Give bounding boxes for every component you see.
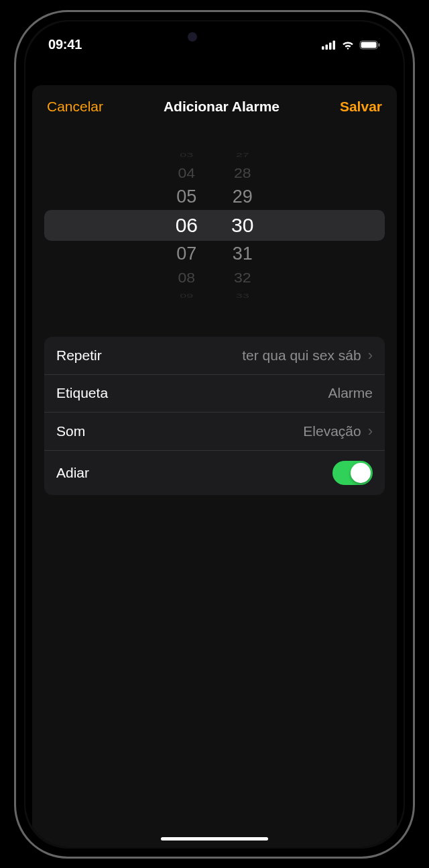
minute-option[interactable]: 31	[233, 241, 253, 267]
hour-picker-column[interactable]: 03 04 05 06 07 08 09	[176, 133, 198, 318]
sound-label: Som	[56, 423, 85, 439]
repeat-row[interactable]: Repetir ter qua qui sex sáb ›	[44, 337, 385, 374]
hour-option[interactable]: 09	[180, 292, 193, 300]
cancel-button[interactable]: Cancelar	[47, 99, 103, 115]
chevron-right-icon: ›	[368, 347, 373, 364]
front-camera	[188, 32, 197, 42]
hour-option[interactable]: 07	[176, 241, 196, 267]
notch	[158, 21, 271, 44]
minute-option[interactable]: 33	[236, 292, 249, 300]
label-label: Etiqueta	[56, 385, 108, 401]
minute-option[interactable]: 27	[236, 151, 249, 159]
volume-down-button[interactable]	[14, 272, 16, 325]
svg-rect-5	[361, 42, 377, 48]
toggle-knob	[351, 463, 371, 483]
minute-option[interactable]: 29	[233, 184, 253, 210]
minute-option[interactable]: 32	[234, 268, 251, 286]
save-button[interactable]: Salvar	[340, 99, 382, 115]
hour-option[interactable]: 04	[178, 164, 196, 182]
svg-rect-3	[333, 40, 336, 50]
hour-option[interactable]: 05	[176, 184, 196, 210]
status-icons	[322, 40, 381, 50]
hour-option[interactable]: 08	[178, 268, 196, 286]
snooze-toggle[interactable]	[332, 461, 373, 485]
repeat-value-text: ter qua qui sex sáb	[242, 347, 361, 364]
time-picker[interactable]: 03 04 05 06 07 08 09 27 28 29 30 31	[32, 133, 397, 318]
repeat-label: Repetir	[56, 347, 102, 364]
sheet-title: Adicionar Alarme	[164, 99, 280, 115]
hour-selected[interactable]: 06	[176, 210, 198, 241]
wifi-icon	[341, 40, 355, 50]
mute-switch[interactable]	[14, 153, 16, 180]
sheet-header: Cancelar Adicionar Alarme Salvar	[32, 85, 397, 124]
status-time: 09:41	[48, 37, 82, 52]
alarm-options-list: Repetir ter qua qui sex sáb › Etiqueta A…	[44, 337, 385, 495]
svg-rect-6	[379, 43, 380, 46]
sound-value: Elevação ›	[303, 423, 373, 440]
home-indicator[interactable]	[161, 837, 268, 840]
minute-option[interactable]: 28	[234, 164, 251, 182]
svg-rect-0	[322, 46, 324, 50]
chevron-right-icon: ›	[368, 423, 373, 440]
battery-icon	[359, 40, 381, 50]
repeat-value: ter qua qui sex sáb ›	[242, 347, 373, 364]
volume-up-button[interactable]	[14, 205, 16, 258]
svg-rect-2	[329, 42, 332, 50]
label-value: Alarme	[328, 385, 373, 401]
screen: 09:41 Cancelar Adicionar Alarme Salvar	[25, 21, 404, 847]
svg-rect-1	[326, 44, 328, 50]
power-button[interactable]	[413, 227, 415, 307]
minute-selected[interactable]: 30	[231, 210, 253, 241]
cellular-signal-icon	[322, 40, 336, 50]
sound-value-text: Elevação	[303, 423, 361, 439]
minute-picker-column[interactable]: 27 28 29 30 31 32 33	[231, 133, 253, 318]
sound-row[interactable]: Som Elevação ›	[44, 412, 385, 450]
label-row[interactable]: Etiqueta Alarme	[44, 374, 385, 412]
snooze-label: Adiar	[56, 465, 89, 481]
snooze-row: Adiar	[44, 450, 385, 495]
add-alarm-sheet: Cancelar Adicionar Alarme Salvar 03 04 0…	[32, 85, 397, 847]
iphone-frame: 09:41 Cancelar Adicionar Alarme Salvar	[14, 10, 415, 859]
hour-option[interactable]: 03	[180, 151, 193, 159]
